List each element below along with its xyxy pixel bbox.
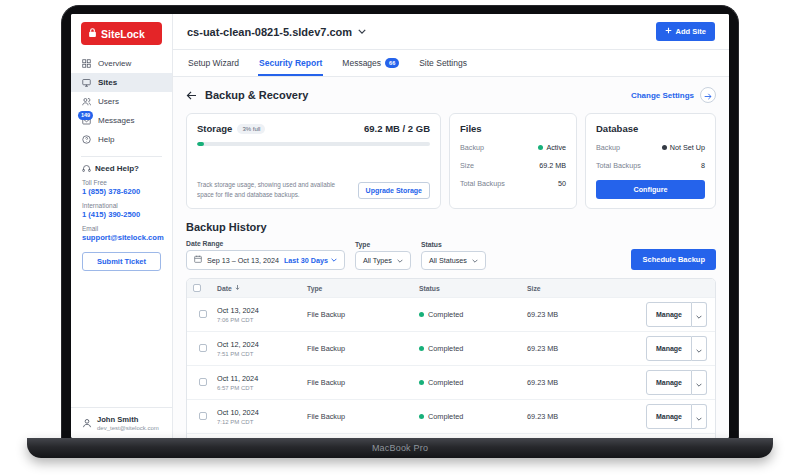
manage-button[interactable]: Manage — [646, 370, 692, 395]
row-checkbox[interactable] — [199, 344, 207, 352]
tab-setup-wizard[interactable]: Setup Wizard — [187, 50, 240, 76]
cell-status: Completed — [413, 378, 521, 387]
files-size-value: 69.2 MB — [539, 161, 566, 170]
files-card: Files Backup Active Size 69.2 MB — [449, 113, 577, 209]
back-arrow-button[interactable] — [186, 86, 197, 104]
main-panel: cs-uat-clean-0821-5.sldev7.com Add Site — [173, 14, 729, 438]
manage-button[interactable]: Manage — [646, 302, 692, 327]
change-settings-arrow-button[interactable] — [700, 87, 716, 103]
page-title: Backup & Recovery — [205, 89, 308, 101]
tab-site-settings[interactable]: Site Settings — [418, 50, 468, 76]
column-status[interactable]: Status — [413, 280, 521, 297]
manage-dropdown-button[interactable] — [692, 370, 707, 395]
database-backup-status: Not Set Up — [662, 143, 705, 152]
site-domain-selector[interactable]: cs-uat-clean-0821-5.sldev7.com — [187, 26, 366, 38]
cell-status: Completed — [413, 412, 521, 421]
support-email-link[interactable]: support@sitelock.com — [82, 233, 161, 242]
select-all-checkbox[interactable] — [193, 284, 201, 292]
column-date[interactable]: Date — [211, 279, 301, 297]
column-size[interactable]: Size — [521, 280, 639, 297]
storage-progress-fill — [197, 142, 204, 146]
help-icon — [82, 135, 91, 144]
date-preset-dropdown[interactable]: Last 30 Days — [284, 256, 337, 265]
submit-ticket-button[interactable]: Submit Ticket — [82, 252, 161, 271]
sidebar-item-messages[interactable]: 149 Messages — [71, 111, 172, 130]
row-checkbox[interactable] — [199, 378, 207, 386]
manage-button[interactable]: Manage — [646, 404, 692, 429]
sidebar-item-label: Messages — [98, 116, 134, 125]
tab-messages[interactable]: Messages 66 — [341, 50, 400, 76]
table-row: Oct 11, 2024 6:57 PM CDT File Backup Com… — [187, 365, 715, 399]
type-select[interactable]: All Types — [355, 251, 411, 270]
row-checkbox[interactable] — [199, 310, 207, 318]
sidebar-item-label: Help — [98, 135, 114, 144]
sidebar-item-label: Users — [98, 97, 119, 106]
files-total-value: 50 — [558, 179, 566, 188]
not-set-up-status-dot — [662, 145, 667, 150]
manage-button[interactable]: Manage — [646, 336, 692, 361]
cell-type: File Backup — [301, 310, 413, 319]
messages-count-badge: 149 — [78, 111, 93, 121]
tab-security-report[interactable]: Security Report — [258, 50, 323, 76]
storage-fullness-badge: 3% full — [237, 124, 265, 134]
schedule-backup-button[interactable]: Schedule Backup — [631, 249, 716, 270]
add-site-button[interactable]: Add Site — [656, 22, 715, 41]
date-range-control[interactable]: Sep 13 – Oct 13, 2024 Last 30 Days — [186, 250, 345, 270]
sitelock-logo[interactable]: SiteLock — [81, 22, 162, 45]
manage-dropdown-button[interactable] — [692, 302, 707, 327]
cell-size: 69.23 MB — [521, 344, 639, 353]
active-status-dot — [538, 145, 543, 150]
date-range-value: Sep 13 – Oct 13, 2024 — [207, 256, 279, 265]
change-settings-link[interactable]: Change Settings — [631, 91, 694, 100]
calendar-icon — [194, 255, 202, 265]
plus-icon — [665, 27, 672, 36]
chevron-down-icon — [696, 409, 702, 424]
cell-type: File Backup — [301, 344, 413, 353]
sidebar-spacer — [71, 271, 172, 407]
app-window: SiteLock Overview Sites — [71, 14, 729, 438]
row-checkbox[interactable] — [199, 412, 207, 420]
user-account[interactable]: John Smith dev_test@sitelock.com — [71, 407, 172, 438]
manage-dropdown-button[interactable] — [692, 336, 707, 361]
cell-size: 69.23 MB — [521, 412, 639, 421]
page-content: Backup & Recovery Change Settings — [173, 77, 729, 438]
storage-usage: 69.2 MB / 2 GB — [364, 123, 430, 134]
storage-card: Storage 3% full 69.2 MB / 2 GB Track sto… — [186, 113, 441, 209]
sidebar-item-help[interactable]: Help — [71, 130, 172, 149]
messages-tab-badge: 66 — [385, 58, 399, 68]
international-label: International — [82, 202, 161, 209]
chevron-down-icon — [696, 307, 702, 322]
upgrade-storage-button[interactable]: Upgrade Storage — [358, 182, 430, 199]
users-icon — [82, 97, 91, 106]
device-label: MacBook Pro — [372, 443, 428, 453]
sidebar-item-overview[interactable]: Overview — [71, 54, 172, 73]
manage-dropdown-button[interactable] — [692, 404, 707, 429]
completed-status-dot — [419, 346, 424, 351]
site-domain: cs-uat-clean-0821-5.sldev7.com — [187, 26, 352, 38]
cell-manage: Manage — [639, 302, 715, 327]
lock-icon — [88, 27, 97, 40]
sidebar-item-users[interactable]: Users — [71, 92, 172, 111]
monitor-icon — [82, 78, 91, 87]
international-number[interactable]: 1 (415) 390-2500 — [82, 210, 161, 219]
site-header: cs-uat-clean-0821-5.sldev7.com Add Site — [173, 14, 729, 50]
user-email: dev_test@sitelock.com — [97, 425, 159, 431]
cell-type: File Backup — [301, 378, 413, 387]
chevron-down-icon — [397, 259, 403, 263]
need-help-section: Need Help? Toll Free 1 (855) 378-6200 In… — [71, 164, 172, 242]
configure-button[interactable]: Configure — [596, 180, 705, 199]
cell-size: 69.23 MB — [521, 310, 639, 319]
sidebar-item-label: Overview — [98, 59, 131, 68]
column-type[interactable]: Type — [301, 280, 413, 297]
type-label: Type — [355, 241, 411, 248]
sidebar-nav: Overview Sites Users — [71, 54, 172, 149]
date-range-label: Date Range — [186, 240, 345, 247]
toll-free-number[interactable]: 1 (855) 378-6200 — [82, 187, 161, 196]
database-total-value: 8 — [701, 161, 705, 170]
status-select[interactable]: All Statuses — [421, 251, 486, 270]
sidebar-item-sites[interactable]: Sites — [71, 73, 172, 92]
storage-description: Track storage usage, showing used and av… — [197, 180, 347, 199]
sidebar-divider — [81, 156, 162, 157]
files-title: Files — [460, 123, 566, 134]
mail-icon: 149 — [82, 117, 91, 125]
